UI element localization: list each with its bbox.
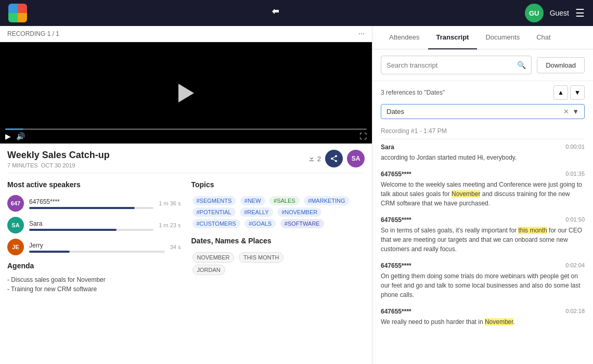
recording-label: RECORDING 1 / 1 (7, 30, 59, 37)
download-badge[interactable]: 2 (308, 155, 321, 163)
speaker-name: Sara (29, 220, 153, 227)
filter-clear-icon[interactable]: ✕ (563, 108, 569, 115)
highlight-november-2: November (485, 318, 513, 326)
fullscreen-icon[interactable]: ⛶ (359, 132, 367, 140)
speakers-title: Most active speakers (7, 180, 181, 189)
meeting-title: Weekly Sales Catch-up (7, 150, 110, 161)
speaker-avatar-sara: SA (7, 217, 24, 233)
play-button[interactable] (178, 84, 194, 102)
search-icon: 🔍 (517, 61, 526, 69)
nav-arrows: ▲ ▼ (553, 85, 585, 100)
speaker-info-sara: Sara (29, 220, 153, 231)
speaker-item: SA Sara 1 m 23 s (7, 217, 181, 233)
more-options-icon[interactable]: ⋯ (358, 30, 365, 37)
recording-header: RECORDING 1 / 1 ⋯ (0, 26, 372, 42)
topic-tag[interactable]: #REALLY (240, 207, 273, 217)
speaker-avatar-sa: SA (347, 150, 365, 167)
speaker-item: JE Jerry 34 s (7, 239, 181, 255)
transcript-time: 0:01:35 (565, 171, 585, 178)
references-text: 3 references to "Dates" (381, 89, 445, 96)
prev-reference-button[interactable]: ▲ (553, 85, 568, 100)
date-tag[interactable]: JORDAN (192, 265, 225, 275)
transcript-time: 0:01:50 (565, 216, 585, 224)
transcript-speaker: Sara (381, 144, 394, 151)
user-avatar[interactable]: GU (525, 4, 544, 22)
topic-tag[interactable]: #SEGMENTS (192, 196, 236, 205)
topic-tag[interactable]: #NOVEMBER (277, 207, 321, 217)
agenda-title: Agenda (7, 262, 181, 270)
speaker-item: 647 647655**** 1 m 36 s (7, 195, 181, 212)
topic-tag[interactable]: #CUSTOMERS (192, 219, 240, 228)
speaker-time: 1 m 36 s (159, 200, 181, 206)
left-panel: RECORDING 1 / 1 ⋯ ▶ 🔊 ⛶ Weekly Sales Cat… (0, 26, 372, 364)
right-column: Topics #SEGMENTS #NEW #SALES #MARKETING … (191, 180, 365, 295)
transcript-text: On getting them doing some trials do mor… (381, 271, 585, 300)
topic-tag[interactable]: #SALES (269, 196, 300, 205)
top-nav: GU Guest ☰ (0, 0, 593, 26)
filter-value: Dates (386, 108, 563, 115)
transcript-entry: 647655**** 0:02:18 We really need to pus… (381, 308, 585, 327)
speaker-avatar-647: 647 (7, 195, 24, 212)
topic-tag[interactable]: #NEW (240, 196, 265, 205)
meeting-actions: 2 SA (308, 150, 365, 167)
transcript-entry: Sara 0:00:01 according to Jordan started… (381, 144, 585, 162)
meeting-meta: 7 MINUTES OCT 30 2019 (7, 162, 110, 168)
speaker-name: Jerry (29, 242, 165, 249)
left-column: Most active speakers 647 647655**** 1 m … (7, 180, 181, 295)
main-container: RECORDING 1 / 1 ⋯ ▶ 🔊 ⛶ Weekly Sales Cat… (0, 26, 593, 364)
download-button[interactable]: Download (537, 57, 585, 73)
topic-tag[interactable]: #GOALS (244, 219, 276, 228)
progress-track[interactable] (5, 128, 367, 130)
hamburger-menu-icon[interactable]: ☰ (575, 7, 585, 19)
tab-transcript[interactable]: Transcript (428, 26, 478, 49)
speaker-info-jerry: Jerry (29, 242, 165, 253)
play-control-icon[interactable]: ▶ (5, 132, 11, 140)
guest-label: Guest (550, 9, 569, 17)
tab-bar: Attendees Transcript Documents Chat (372, 26, 593, 49)
date-tag[interactable]: THIS MONTH (239, 252, 283, 263)
topic-tag[interactable]: #SOFTWARE (280, 219, 324, 228)
meeting-info: Weekly Sales Catch-up 7 MINUTES OCT 30 2… (0, 144, 372, 173)
highlight-november: November (452, 190, 480, 198)
video-player: ▶ 🔊 ⛶ (0, 42, 372, 144)
app-logo (8, 4, 27, 22)
filter-expand-icon[interactable]: ▼ (572, 108, 579, 115)
topics-tags: #SEGMENTS #NEW #SALES #MARKETING #POTENT… (191, 195, 365, 229)
next-reference-button[interactable]: ▼ (570, 85, 585, 100)
tab-documents[interactable]: Documents (477, 26, 528, 49)
nav-right: GU Guest ☰ (525, 4, 585, 22)
video-controls: ▶ 🔊 ⛶ (0, 125, 372, 144)
tab-chat[interactable]: Chat (528, 26, 559, 49)
references-bar: 3 references to "Dates" ▲ ▼ (372, 81, 593, 104)
date-tag[interactable]: NOVEMBER (192, 252, 235, 263)
transcript-speaker: 647655**** (381, 262, 411, 269)
highlight-this-month: this month (518, 227, 547, 234)
transcript-text: Welcome to the weekly sales meeting and … (381, 180, 585, 208)
speaker-time: 34 s (170, 244, 181, 250)
transcript-text: according to Jordan started muted Hi, ev… (381, 153, 585, 162)
topic-tag[interactable]: #MARKETING (304, 196, 350, 205)
login-icon[interactable] (269, 5, 282, 21)
content-grid: Most active speakers 647 647655**** 1 m … (0, 173, 372, 302)
topic-tag[interactable]: #POTENTIAL (192, 207, 236, 217)
transcript-speaker: 647655**** (381, 216, 411, 224)
filter-dropdown[interactable]: Dates ✕ ▼ (381, 104, 585, 119)
dates-title: Dates, Names & Places (191, 237, 365, 245)
search-input[interactable] (386, 61, 517, 69)
transcript-speaker: 647655**** (381, 308, 411, 315)
speaker-time: 1 m 23 s (159, 222, 181, 228)
tab-attendees[interactable]: Attendees (381, 26, 428, 49)
transcript-time: 0:02:18 (565, 308, 585, 315)
transcript-panel: Attendees Transcript Documents Chat 🔍 Do… (372, 26, 593, 364)
search-box: 🔍 (381, 56, 532, 74)
transcript-controls: 🔍 Download (372, 49, 593, 81)
volume-icon[interactable]: 🔊 (16, 132, 25, 140)
recording-label: Recording #1 - 1:47 PM (381, 123, 585, 139)
share-button[interactable] (325, 150, 343, 167)
transcript-text: We really need to push harder that in No… (381, 317, 585, 327)
speaker-info-647: 647655**** (29, 198, 153, 209)
transcript-entry: 647655**** 0:02:04 On getting them doing… (381, 262, 585, 300)
speaker-avatar-jerry: JE (7, 239, 24, 255)
agenda-item: - Discuss sales goals for November (7, 276, 181, 283)
transcript-time: 0:00:01 (565, 144, 585, 151)
